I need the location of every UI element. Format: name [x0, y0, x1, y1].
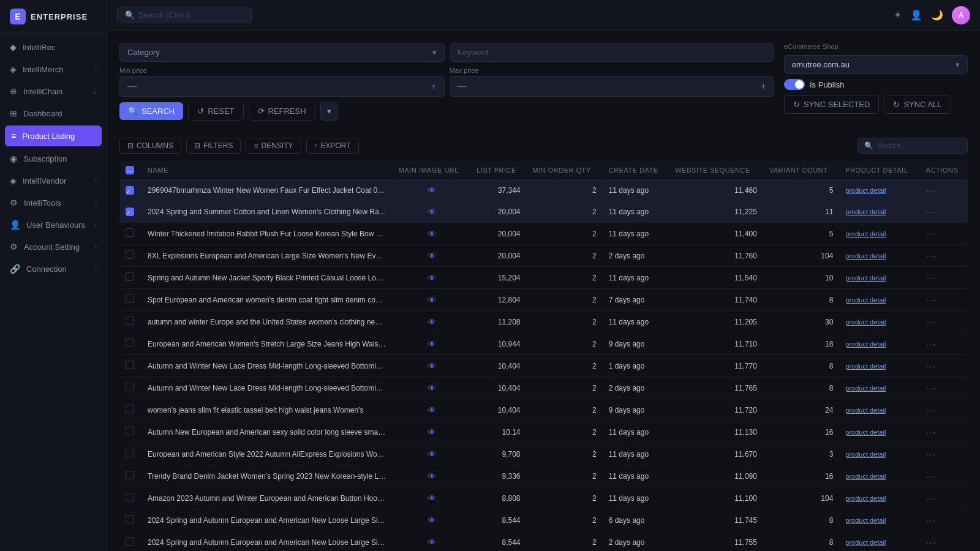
- product-detail-link[interactable]: product detail: [845, 473, 886, 480]
- moon-icon[interactable]: 🌙: [931, 9, 943, 21]
- refresh-button[interactable]: ⟳ REFRESH: [249, 102, 315, 121]
- view-icon[interactable]: 👁: [428, 471, 436, 481]
- view-icon[interactable]: 👁: [428, 515, 436, 525]
- sidebar-item-intellimerch[interactable]: ◈ IntelliMerch ›: [0, 58, 107, 80]
- product-detail-link[interactable]: product detail: [845, 274, 886, 282]
- row-checkbox[interactable]: [126, 405, 134, 413]
- sidebar-item-subscription[interactable]: ◉ Subscription: [0, 148, 107, 170]
- view-icon[interactable]: 👁: [428, 361, 436, 371]
- row-checkbox[interactable]: [126, 339, 134, 347]
- filters-button[interactable]: ⊟ FILTERS: [186, 138, 241, 154]
- row-actions-button[interactable]: ···: [926, 471, 937, 481]
- category-select[interactable]: Category ▾: [119, 43, 445, 62]
- row-checkbox[interactable]: ✓: [126, 186, 134, 195]
- sidebar-item-intellirec[interactable]: ◆ IntelliRec ›: [0, 36, 107, 58]
- product-detail-link[interactable]: product detail: [845, 187, 886, 194]
- columns-button[interactable]: ⊟ COLUMNS: [119, 138, 181, 154]
- row-actions-button[interactable]: ···: [926, 251, 937, 261]
- ecommerce-select[interactable]: emutree.com.au ▾: [784, 55, 968, 74]
- sidebar-item-user-behaviours[interactable]: 👤 User Behaviours ›: [0, 214, 107, 236]
- row-actions-button[interactable]: ···: [926, 493, 937, 503]
- search-button[interactable]: 🔍 SEARCH: [119, 102, 183, 120]
- row-checkbox[interactable]: [126, 383, 134, 391]
- view-icon[interactable]: 👁: [428, 295, 436, 305]
- keyword-input[interactable]: Keyword: [450, 43, 775, 62]
- row-checkbox[interactable]: [126, 228, 134, 237]
- density-button[interactable]: ≡ DENSITY: [246, 138, 301, 154]
- export-button[interactable]: ↑ EXPORT: [306, 138, 359, 154]
- view-icon[interactable]: 👁: [428, 538, 436, 547]
- row-checkbox[interactable]: [126, 471, 134, 479]
- sparkles-icon[interactable]: ✦: [894, 9, 902, 21]
- product-detail-link[interactable]: product detail: [845, 340, 886, 348]
- sidebar-item-product-listing[interactable]: ≡ Product Listing: [5, 126, 102, 146]
- table-search[interactable]: 🔍 Search...: [858, 138, 968, 154]
- max-plus-btn[interactable]: +: [761, 81, 766, 92]
- product-detail-link[interactable]: product detail: [845, 362, 886, 370]
- product-detail-link[interactable]: product detail: [845, 451, 886, 458]
- row-actions-button[interactable]: ···: [926, 405, 937, 415]
- product-detail-link[interactable]: product detail: [845, 252, 886, 260]
- product-detail-link[interactable]: product detail: [845, 318, 886, 326]
- row-checkbox[interactable]: [126, 537, 134, 545]
- view-icon[interactable]: 👁: [428, 405, 436, 415]
- row-checkbox[interactable]: [126, 427, 134, 435]
- row-actions-button[interactable]: ···: [926, 538, 937, 547]
- row-checkbox[interactable]: [126, 493, 134, 501]
- row-actions-button[interactable]: ···: [926, 383, 937, 393]
- more-button[interactable]: ▾: [320, 102, 338, 121]
- product-detail-link[interactable]: product detail: [845, 230, 886, 238]
- row-checkbox[interactable]: [126, 294, 134, 303]
- view-icon[interactable]: 👁: [428, 383, 436, 393]
- row-actions-button[interactable]: ···: [926, 207, 937, 217]
- view-icon[interactable]: 👁: [428, 493, 436, 503]
- sidebar-item-intellichain[interactable]: ⊕ IntelliChain ⌄: [0, 80, 107, 102]
- product-detail-link[interactable]: product detail: [845, 407, 886, 414]
- row-actions-button[interactable]: ···: [926, 339, 937, 349]
- sidebar-item-intellitools[interactable]: ⚙ IntelliTools ›: [0, 192, 107, 214]
- product-detail-link[interactable]: product detail: [845, 296, 886, 304]
- row-actions-button[interactable]: ···: [926, 361, 937, 371]
- sidebar-item-dashboard[interactable]: ⊞ Dashboard: [0, 102, 107, 124]
- publish-toggle[interactable]: [784, 79, 805, 90]
- view-icon[interactable]: 👁: [428, 229, 436, 239]
- row-actions-button[interactable]: ···: [926, 427, 937, 437]
- row-actions-button[interactable]: ···: [926, 229, 937, 239]
- min-minus-btn[interactable]: —: [127, 81, 137, 92]
- view-icon[interactable]: 👁: [428, 427, 436, 437]
- row-actions-button[interactable]: ···: [926, 515, 937, 525]
- row-checkbox[interactable]: [126, 449, 134, 457]
- row-actions-button[interactable]: ···: [926, 186, 937, 195]
- row-checkbox[interactable]: [126, 361, 134, 369]
- view-icon[interactable]: 👁: [428, 317, 436, 327]
- min-plus-btn[interactable]: +: [431, 81, 436, 92]
- min-price-field[interactable]: — +: [119, 76, 445, 97]
- view-icon[interactable]: 👁: [428, 273, 436, 283]
- avatar[interactable]: A: [952, 6, 970, 24]
- row-actions-button[interactable]: ···: [926, 295, 937, 305]
- person-icon[interactable]: 👤: [910, 9, 922, 21]
- product-detail-link[interactable]: product detail: [845, 384, 886, 392]
- select-all-checkbox[interactable]: —: [126, 166, 134, 174]
- max-minus-btn[interactable]: —: [458, 81, 467, 92]
- sync-all-button[interactable]: ↻ SYNC ALL: [884, 95, 951, 114]
- sidebar-item-account-setting[interactable]: ⚙ Account Setting ›: [0, 236, 107, 258]
- topbar-search[interactable]: 🔍 Search (Ctrl+/): [117, 7, 252, 23]
- row-actions-button[interactable]: ···: [926, 273, 937, 283]
- view-icon[interactable]: 👁: [428, 186, 436, 195]
- row-checkbox[interactable]: ✓: [126, 208, 134, 216]
- product-detail-link[interactable]: product detail: [845, 517, 886, 524]
- view-icon[interactable]: 👁: [428, 339, 436, 349]
- reset-button[interactable]: ↺ RESET: [188, 102, 243, 121]
- row-checkbox[interactable]: [126, 317, 134, 325]
- row-actions-button[interactable]: ···: [926, 449, 937, 459]
- row-checkbox[interactable]: [126, 250, 134, 259]
- max-price-field[interactable]: — +: [450, 76, 775, 97]
- row-actions-button[interactable]: ···: [926, 317, 937, 327]
- product-detail-link[interactable]: product detail: [845, 208, 886, 216]
- sync-selected-button[interactable]: ↻ SYNC SELECTED: [784, 95, 879, 114]
- sidebar-item-connection[interactable]: 🔗 Connection ›: [0, 258, 107, 280]
- product-detail-link[interactable]: product detail: [845, 495, 886, 502]
- view-icon[interactable]: 👁: [428, 207, 436, 217]
- row-checkbox[interactable]: [126, 272, 134, 281]
